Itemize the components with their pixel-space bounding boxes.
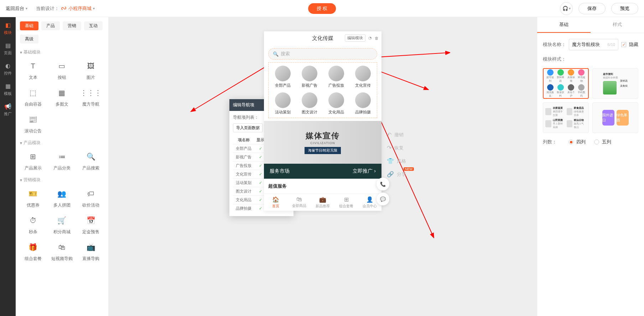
prop-tab-basic[interactable]: 基础 [537, 17, 591, 33]
comp-tab-basic[interactable]: 基础 [20, 21, 38, 30]
preview-button[interactable]: 预览 [611, 3, 638, 14]
share-button[interactable]: 🔗分享NEW [387, 171, 406, 178]
back-button[interactable]: 返回后台 ▾ [6, 5, 27, 12]
radio-5col[interactable] [594, 139, 599, 144]
hide-label: 隐藏 [629, 41, 638, 48]
redo-button[interactable]: ↷恢复 [387, 144, 406, 151]
comp-item[interactable]: 📺直播导购 [78, 241, 104, 262]
float-wechat-button[interactable]: 💬 [376, 193, 389, 205]
check-icon[interactable]: ✓ [259, 180, 262, 185]
comp-item[interactable]: 🏷砍价活动 [78, 187, 104, 208]
float-phone-button[interactable]: 📞 [376, 178, 389, 190]
tabbar-item[interactable]: ⊞组合套餐 [334, 194, 358, 211]
media-banner[interactable]: 媒体宣传 CIVILIZATION 海量节目/精彩无限 [264, 121, 381, 164]
comp-item[interactable]: ⋮⋮⋮魔方导航 [78, 86, 104, 107]
nav-cell[interactable]: 品牌拍摄 [350, 92, 375, 115]
comp-item[interactable]: 🎁组合套餐 [20, 241, 46, 262]
th-name: 项名称 [233, 136, 255, 144]
comp-icon: 📅 [84, 214, 97, 227]
row-name: 广告投放 [233, 162, 255, 170]
nav-cell-label: 全部产品 [275, 83, 291, 88]
nav-cell[interactable]: 广告投放 [323, 66, 349, 88]
edit-module-button[interactable]: 编辑模块 [345, 34, 365, 42]
comp-item[interactable]: ▦多图文 [49, 86, 75, 107]
magic-nav-module[interactable]: 全部产品影视广告广告投放文化宣传活动策划图文设计文化用品品牌拍摄 [268, 62, 377, 118]
tabbar-item[interactable]: 💼新品推荐 [311, 194, 334, 211]
comp-tab-product[interactable]: 产品 [41, 21, 60, 30]
check-icon[interactable]: ✓ [259, 172, 262, 176]
nav-cell[interactable]: 图文设计 [297, 92, 322, 115]
comp-tab-advanced[interactable]: 高级 [20, 35, 38, 44]
comp-tab-marketing[interactable]: 营销 [63, 21, 81, 30]
canvas-actions: ↶撤销 ↷恢复 👕风格 🔗分享NEW [387, 131, 406, 178]
nav-cell-image [355, 66, 371, 81]
check-icon[interactable]: ✓ [259, 189, 262, 193]
tabbar-icon: ⊞ [344, 196, 349, 203]
style-card-4[interactable]: 国外进口 绿色果园 [592, 102, 638, 133]
left-rail: ◧ 模块 ▤ 页面 ◐ 控件 ▦ 模板 📢 推广 [0, 17, 16, 316]
pages-icon: ▤ [4, 42, 11, 49]
radio-4col[interactable] [568, 139, 573, 144]
authorize-button[interactable]: 授 权 [308, 3, 336, 14]
comp-item[interactable]: ⬚自由容器 [20, 86, 46, 107]
support-button[interactable]: 🎧 ▾ [560, 2, 573, 15]
tabbar-item[interactable]: 🏠首页 [264, 194, 287, 211]
megaphone-icon: 📢 [4, 103, 11, 110]
comp-icon: T [27, 60, 40, 72]
rail-pages[interactable]: ▤ 页面 [4, 42, 12, 56]
module-name-input[interactable]: 魔方导航模块 6/10 [569, 39, 618, 50]
design-name-dropdown[interactable]: 小程序商城 ▾ [61, 5, 95, 12]
comp-tab-interact[interactable]: 互动 [84, 21, 103, 30]
comp-item[interactable]: ⊞产品展示 [20, 150, 46, 171]
comp-label: 滚动公告 [25, 128, 42, 134]
comp-item[interactable]: 🔍产品搜索 [78, 150, 104, 171]
prop-tab-style[interactable]: 样式 [591, 17, 644, 33]
rail-promo[interactable]: 📢 推广 [4, 103, 12, 117]
comp-item[interactable]: T文本 [20, 60, 46, 81]
radio-5col-label: 五列 [602, 139, 611, 145]
property-panel: 基础 样式 模块名称： 魔方导航模块 6/10 隐藏 模块样式： 超市便利新鲜果… [537, 17, 644, 316]
trash-icon[interactable]: 🗑 [375, 36, 379, 40]
banner-title: 媒体宣传 [306, 131, 340, 141]
comp-item[interactable]: 👥多人拼团 [49, 187, 75, 208]
check-icon[interactable]: ✓ [259, 163, 262, 168]
nav-cell[interactable]: 活动策划 [270, 92, 295, 115]
hide-checkbox[interactable] [621, 42, 626, 47]
comp-item[interactable]: ≔产品分类 [49, 150, 75, 171]
nav-cell[interactable]: 全部产品 [270, 66, 295, 88]
comp-item[interactable]: 🛒积分商城 [49, 214, 75, 235]
bottom-tabbar: 🏠首页🛍全部商品💼新品推荐⊞组合套餐👤会员中心 [264, 194, 381, 211]
check-icon[interactable]: ✓ [259, 146, 262, 151]
comp-item[interactable]: 🖼图片 [78, 60, 104, 81]
nav-cell[interactable]: 文化用品 [323, 92, 349, 115]
comp-item[interactable]: 🎫优惠券 [20, 187, 46, 208]
style-card-1[interactable]: 超市便利新鲜果蔬美食烘焙鲜花植物潮流服装食速饮料美妆个护手机数码 [543, 68, 589, 99]
nav-cell[interactable]: 文化宣传 [350, 66, 375, 88]
comp-item[interactable]: ▭按钮 [49, 60, 75, 81]
search-input[interactable]: 🔍 搜索 [268, 48, 377, 60]
nav-cell[interactable]: 影视广告 [297, 66, 322, 88]
style-card-2[interactable]: 超市便利 精选时令鲜果 新鲜蔬 美食烘 [592, 68, 638, 99]
comp-item[interactable]: 📰滚动公告 [20, 113, 46, 134]
check-icon[interactable]: ✓ [259, 206, 262, 210]
rail-modules[interactable]: ◧ 模块 [4, 21, 12, 35]
banner-subtitle: CIVILIZATION [310, 141, 335, 145]
comp-item[interactable]: ⏱秒杀 [20, 214, 46, 235]
rail-templates[interactable]: ▦ 模板 [4, 82, 12, 96]
check-icon[interactable]: ✓ [259, 155, 262, 159]
nav-cell-image [275, 66, 291, 81]
comp-item[interactable]: 📅定金预售 [78, 214, 104, 235]
comp-item[interactable]: 🛍短视频导购 [49, 241, 75, 262]
service-market-bar[interactable]: 服务市场 立即推广 › [264, 164, 381, 179]
comp-icon: ⋮⋮⋮ [84, 86, 97, 99]
check-icon[interactable]: ✓ [259, 198, 262, 202]
tabbar-item[interactable]: 🛍全部商品 [287, 194, 311, 211]
save-button[interactable]: 保存 [578, 3, 606, 14]
undo-button[interactable]: ↶撤销 [387, 131, 406, 138]
rail-controls[interactable]: ◐ 控件 [4, 62, 12, 76]
import-page-data-button[interactable]: 导入页面数据 [233, 123, 263, 132]
clock-icon[interactable]: ◔ [368, 36, 372, 40]
style-button[interactable]: 👕风格 [387, 158, 406, 164]
style-card-3[interactable]: 农家蔬菜菜园信手生新家禽蛋品绿色健康营养山野真菌早上新鲜采摘粮油谷物超高人气食品 [543, 102, 589, 133]
search-icon: 🔍 [273, 51, 279, 57]
